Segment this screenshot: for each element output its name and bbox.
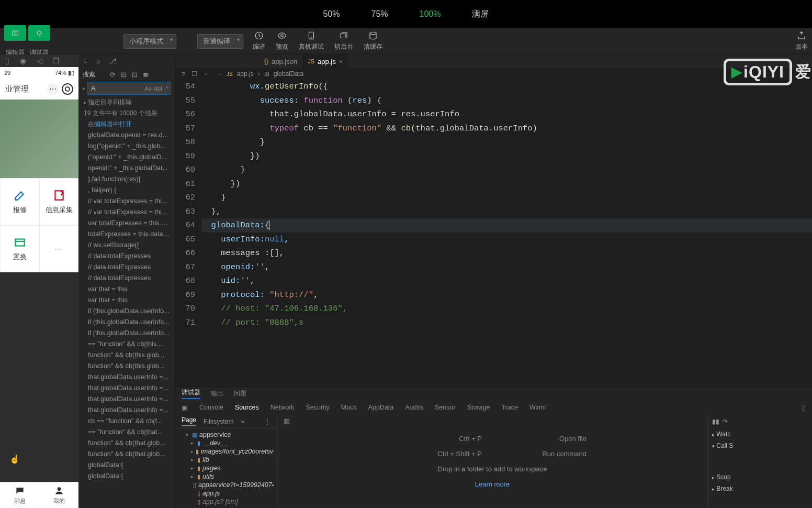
zoom-50[interactable]: 50% (323, 9, 340, 19)
preview-action[interactable]: 预览 (276, 31, 288, 51)
collapse-icon[interactable]: ⊡ (132, 71, 138, 79)
search-result-row[interactable]: // data:totalExpresses (78, 251, 175, 262)
regex-toggle[interactable]: .* (164, 85, 168, 92)
search-result-row[interactable]: totalExpresses = this.data.... (78, 229, 175, 240)
open-in-editor-link[interactable]: 在编辑器中打开 (78, 119, 175, 130)
mode-select[interactable]: 小程序模式 (123, 34, 176, 49)
compile-select[interactable]: 普通编译 (197, 34, 243, 49)
search-result-row[interactable]: globalData:{ (78, 460, 175, 471)
toggle-editor-icon[interactable]: ▥ (284, 417, 290, 425)
callstack-section[interactable]: ▾ Call S (712, 442, 808, 449)
learn-more-link[interactable]: Learn more (475, 480, 510, 488)
clear-cache-action[interactable]: 清缓存 (364, 31, 382, 51)
record-icon[interactable]: ◉ (20, 57, 26, 65)
search-result-row[interactable]: },fail:function(res){ (78, 174, 175, 185)
search-result-row[interactable]: if (this.globalData.userInfo... (78, 328, 175, 339)
search-result-row[interactable]: // var totalExpresses = thi... (78, 196, 175, 207)
zoom-100[interactable]: 100% (420, 9, 441, 19)
nav-more-icon[interactable]: » (241, 418, 244, 425)
search-result-row[interactable]: log("openid:" + _this.glob... (78, 141, 175, 152)
grid-exchange[interactable]: 置换 (0, 225, 39, 272)
search-icon[interactable]: ⌕ (96, 57, 100, 65)
panel-storage[interactable]: Storage (467, 404, 490, 411)
panel-audits[interactable]: Audits (405, 404, 423, 411)
search-result-row[interactable]: cb == "function" && cb(t... (78, 416, 175, 427)
capsule-close-icon[interactable] (62, 83, 73, 95)
menu-icon[interactable]: ≡ (84, 57, 88, 65)
search-result-row[interactable]: that.globalData.userInfo =... (78, 405, 175, 416)
panel-network[interactable]: Network (270, 404, 295, 411)
tree-lib[interactable]: ▸▮lib (178, 456, 274, 464)
switch-bg-action[interactable]: 切后台 (334, 31, 353, 51)
search-result-row[interactable]: var that = this (78, 284, 175, 295)
editor-button[interactable] (4, 25, 26, 41)
nav-back-icon[interactable]: ← (204, 70, 210, 78)
search-result-row[interactable]: function" && cb(this.glob... (78, 350, 175, 361)
search-result-row[interactable]: that.globalData.userInfo =... (78, 394, 175, 405)
search-result-row[interactable]: var totalExpresses = this.d... (78, 218, 175, 229)
refresh-icon[interactable]: ⟳ (110, 71, 116, 79)
git-branch-icon[interactable]: ⎇ (109, 57, 117, 65)
breadcrumb-file[interactable]: app.js (237, 70, 254, 78)
list-icon[interactable]: ≡ (182, 70, 185, 78)
drawer-toggle-icon[interactable]: ▯ (802, 404, 806, 412)
search-result-row[interactable]: function" && cb(this.glob... (78, 361, 175, 372)
back-icon[interactable]: ◁ (37, 57, 42, 65)
search-result-row[interactable]: globalData.openid = res.d... (78, 130, 175, 141)
search-result-row[interactable]: if (this.globalData.userInfo... (78, 306, 175, 317)
panel-trace[interactable]: Trace (501, 404, 518, 411)
search-result-row[interactable]: openid:" + _this.globalDat... (78, 163, 175, 174)
panel-sensor[interactable]: Sensor (435, 404, 456, 411)
tree-appjs[interactable]: ▯app.js (178, 489, 274, 498)
clear-icon[interactable]: ⊟ (121, 71, 127, 79)
devtab-output[interactable]: 输出 (211, 389, 223, 398)
tab-app-json[interactable]: {} app.json (259, 54, 302, 68)
tree-dev[interactable]: ▸▮__dev__ (178, 439, 274, 447)
search-result-row[interactable]: that.globalData.userInfo =... (78, 372, 175, 383)
tree-pages[interactable]: ▸▮pages (178, 464, 274, 472)
tree-utils[interactable]: ▸▮utils (178, 472, 274, 481)
search-result-row[interactable]: == "function" && cb(this.... (78, 339, 175, 350)
search-result-row[interactable]: ("openid:" + _this.globalD... (78, 152, 175, 163)
zoom-full[interactable]: 满屏 (472, 9, 489, 20)
panel-sources[interactable]: Sources (235, 404, 259, 411)
grid-repair[interactable]: 报修 (0, 178, 39, 225)
search-result-row[interactable]: globalData:{ (78, 471, 175, 482)
tab-message[interactable]: 消息 (0, 482, 39, 508)
zoom-75[interactable]: 75% (371, 9, 388, 19)
search-result-row[interactable]: == "function" && cb(that... (78, 427, 175, 438)
new-tab-icon[interactable]: + (351, 111, 355, 119)
compile-action[interactable]: 编译 (253, 31, 265, 51)
pause-icon[interactable]: ▮▮ (712, 418, 719, 425)
step-icon[interactable]: ↷ (723, 418, 728, 425)
tree-appjs-sm[interactable]: ▯app.js? [sm] (178, 498, 274, 506)
search-result-row[interactable]: function" && cb(that.glob... (78, 449, 175, 460)
windows-icon[interactable]: ❐ (53, 57, 60, 65)
devtab-problems[interactable]: 问题 (234, 389, 246, 398)
watch-section[interactable]: ▸ Watc (712, 430, 808, 438)
version-action[interactable]: 版本 (795, 31, 808, 51)
scope-section[interactable]: ▸ Scop (712, 473, 808, 481)
panel-console[interactable]: Console (199, 404, 223, 411)
search-result-row[interactable]: // data:totalExpresses (78, 273, 175, 284)
tab-app-js[interactable]: JS app.js × (302, 54, 348, 68)
device-icon[interactable]: ▯ (5, 57, 9, 65)
grid-collect[interactable]: 信息采集 (39, 178, 78, 225)
tree-images[interactable]: ▸▮images/font_ycz0ooretsvh (178, 447, 274, 456)
tree-root[interactable]: ▾▦appservice (178, 430, 274, 439)
search-result-row[interactable]: // var totalExpresses = thi... (78, 207, 175, 218)
inspect-icon[interactable]: ▣ (182, 404, 188, 412)
debugger-button[interactable] (28, 25, 50, 41)
bookmark-icon[interactable]: ☐ (191, 70, 197, 78)
expand-icon[interactable]: ≣ (143, 71, 149, 79)
search-input[interactable] (90, 83, 132, 93)
search-result-row[interactable]: if (this.globalData.userInfo... (78, 317, 175, 328)
panel-appdata[interactable]: AppData (368, 404, 394, 411)
search-result-row[interactable]: , fail(err) { (78, 185, 175, 196)
search-result-row[interactable]: var that = this (78, 295, 175, 306)
word-toggle[interactable]: Abl (154, 85, 162, 92)
search-result-row[interactable]: function" && cb(that.glob... (78, 438, 175, 449)
remote-debug-action[interactable]: 真机调试 (299, 31, 324, 51)
nav-fwd-icon[interactable]: → (216, 70, 222, 78)
search-result-row[interactable]: // wx.setStorage({ (78, 240, 175, 251)
